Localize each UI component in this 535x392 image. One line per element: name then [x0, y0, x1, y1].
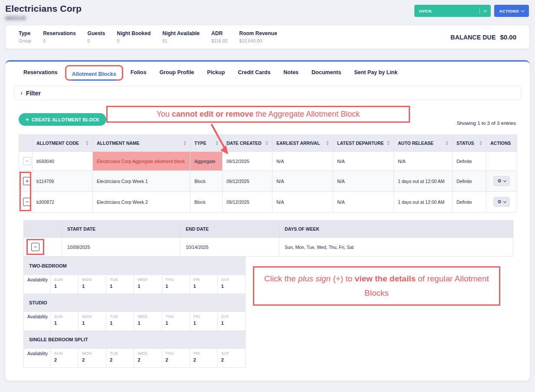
- tab-folios[interactable]: Folios: [131, 69, 147, 78]
- cell-auto-release: N/A: [394, 152, 453, 171]
- cell-allotment-code: b593040: [33, 152, 93, 171]
- status-select[interactable]: OPEN: [414, 5, 491, 17]
- availability-row: Availability SUN1 MON1 TUE1 WED1 THU1 FR…: [24, 312, 246, 331]
- availability-day-cell: SUN1: [51, 275, 79, 294]
- cell-type: Block: [190, 192, 223, 212]
- expand-row-button[interactable]: +: [23, 177, 31, 185]
- tab-documents[interactable]: Documents: [312, 69, 341, 78]
- balance-due: BALANCE DUE $0.00: [450, 33, 516, 41]
- tab-group-profile[interactable]: Group Profile: [159, 69, 194, 78]
- cell-earliest-arrival: N/A: [272, 171, 333, 192]
- tab-notes[interactable]: Notes: [283, 69, 299, 78]
- gear-icon: ⚙: [497, 199, 502, 205]
- cell-end-date: 10/14/2025: [181, 238, 279, 257]
- summary-field-reservations: Reservations0: [43, 30, 75, 43]
- allotment-table-wrap: ALLOTMENT CODE ALLOTMENT NAME TYPE DATE …: [19, 134, 516, 212]
- cell-date-created: 09/12/2025: [223, 152, 272, 171]
- availability-day-cell: SAT1: [217, 312, 245, 331]
- sort-icon[interactable]: [387, 141, 390, 145]
- tab-allotment-blocks[interactable]: Allotment Blocks: [72, 71, 116, 81]
- table-row-aggregate: + b593040 Electricians Corp Aggregate al…: [19, 152, 517, 171]
- chevron-right-icon: ›: [20, 89, 23, 96]
- availability-day-cell: SUN2: [51, 349, 79, 368]
- availability-day-cell: SAT1: [217, 275, 245, 294]
- summary-card: TypeGroup Reservations0 Guests0 Night Bo…: [5, 25, 530, 49]
- page-title: Electricians Corp: [5, 3, 82, 14]
- cell-latest-departure: N/A: [333, 192, 394, 212]
- column-header-latest-departure[interactable]: LATEST DEPARTURE: [333, 135, 394, 152]
- tab-sent-pay-by-link[interactable]: Sent Pay by Link: [354, 69, 397, 78]
- availability-day-cell: THU1: [162, 312, 190, 331]
- column-header-type[interactable]: TYPE: [190, 135, 223, 152]
- annotation-minus-button-box: −: [26, 239, 44, 255]
- cell-type: Block: [190, 171, 223, 192]
- column-header-date-created[interactable]: DATE CREATED: [223, 135, 272, 152]
- sort-icon[interactable]: [479, 141, 482, 145]
- column-header-auto-release[interactable]: AUTO RELEASE: [394, 135, 453, 152]
- sort-icon[interactable]: [326, 141, 329, 145]
- availability-day-cell: MON2: [79, 349, 106, 368]
- actions-button-label: ACTIONS: [499, 9, 519, 13]
- sort-icon[interactable]: [216, 141, 218, 145]
- expand-row-button[interactable]: +: [23, 157, 31, 165]
- column-header-earliest-arrival[interactable]: EARLIEST ARRIVAL: [272, 135, 333, 152]
- column-header-allotment-name[interactable]: ALLOTMENT NAME: [93, 135, 190, 152]
- availability-day-cell: TUE1: [106, 275, 134, 294]
- availability-row: Availability SUN2 MON2 TUE2 WED2 THU2 FR…: [24, 349, 246, 368]
- table-row-week2: − b300872 Electricians Corp Week 2 Block…: [19, 192, 517, 212]
- column-header-end-date: END DATE: [181, 221, 279, 238]
- column-header-days-of-week: DAYS OF WEEK: [279, 221, 513, 238]
- sort-icon[interactable]: [86, 141, 89, 145]
- annotation-active-tab-box: Allotment Blocks: [65, 65, 123, 81]
- summary-field-guests: Guests0: [88, 30, 105, 43]
- expand-column-header: [19, 135, 33, 152]
- summary-field-adr: ADR$116.92: [211, 30, 227, 43]
- group-detail-card: Reservations Allotment Blocks Folios Gro…: [5, 60, 530, 381]
- sort-icon[interactable]: [446, 141, 448, 145]
- create-allotment-block-button[interactable]: + CREATE ALLOTMENT BLOCK: [19, 113, 106, 126]
- allotment-name-link[interactable]: Electricians Corp Week 2: [93, 192, 190, 212]
- availability-day-cell: WED1: [134, 312, 162, 331]
- availability-day-cell: MON1: [79, 275, 106, 294]
- column-header-actions: ACTIONS: [486, 135, 517, 152]
- chevron-down-icon: [479, 7, 486, 14]
- sort-icon[interactable]: [266, 141, 268, 145]
- row-actions-menu-button[interactable]: ⚙: [493, 197, 510, 207]
- room-type-header: STUDIO: [24, 294, 246, 312]
- availability-day-cell: FRI2: [190, 349, 217, 368]
- column-header-status[interactable]: STATUS: [453, 135, 486, 152]
- availability-label: Availability: [24, 312, 51, 331]
- actions-button[interactable]: ACTIONS: [494, 5, 529, 17]
- collapse-detail-button[interactable]: −: [31, 243, 39, 251]
- cell-latest-departure: N/A: [333, 152, 394, 171]
- allotment-name-link[interactable]: Electricians Corp Week 1: [93, 171, 190, 192]
- filter-label: Filter: [26, 90, 41, 97]
- tab-reservations[interactable]: Reservations: [23, 69, 58, 78]
- table-header-row: ALLOTMENT CODE ALLOTMENT NAME TYPE DATE …: [19, 135, 517, 152]
- availability-day-cell: MON1: [79, 312, 106, 331]
- row-actions-menu-button[interactable]: ⚙: [493, 176, 510, 186]
- availability-day-cell: SUN1: [51, 312, 79, 331]
- collapse-row-button[interactable]: −: [23, 198, 31, 206]
- detail-expand-column-header: [24, 221, 62, 238]
- expanded-block-details: START DATE END DATE DAYS OF WEEK − 10/08…: [23, 220, 513, 368]
- plus-icon: +: [26, 116, 29, 123]
- sort-icon[interactable]: [184, 141, 186, 145]
- chevron-down-icon: [521, 8, 525, 12]
- cell-start-date: 10/08/2025: [62, 238, 181, 257]
- balance-due-label: BALANCE DUE: [450, 34, 496, 41]
- tab-pickup[interactable]: Pickup: [207, 69, 225, 78]
- cell-earliest-arrival: N/A: [272, 152, 333, 171]
- cell-status: Definite: [453, 171, 486, 192]
- group-id-blurred: b922143: [5, 15, 36, 21]
- chevron-down-icon: [503, 179, 506, 182]
- room-type-header: SINGLE BEDROOM SPLIT: [24, 331, 246, 349]
- summary-field-room-revenue: Room Revenue$10,640.00: [239, 30, 277, 43]
- availability-day-cell: WED1: [134, 275, 162, 294]
- column-header-allotment-code[interactable]: ALLOTMENT CODE: [33, 135, 93, 152]
- availability-day-cell: THU1: [162, 275, 190, 294]
- cell-auto-release: 1 days out at 12:00 AM: [394, 192, 453, 212]
- tab-credit-cards[interactable]: Credit Cards: [238, 69, 270, 78]
- detail-header-row: START DATE END DATE DAYS OF WEEK: [24, 221, 513, 238]
- filter-toggle[interactable]: › Filter: [14, 86, 521, 100]
